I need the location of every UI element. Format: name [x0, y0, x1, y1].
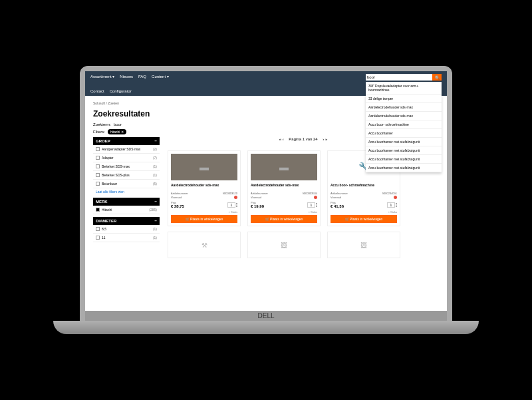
qty-input[interactable] [307, 202, 315, 208]
filter-item[interactable]: Adapter(7) [93, 154, 160, 162]
search-input[interactable] [366, 74, 432, 81]
page-info: Pagina 1 van 24 [289, 137, 317, 141]
page-next[interactable]: › [323, 137, 324, 141]
page-prev[interactable]: ‹ [283, 137, 284, 141]
checkbox-icon [96, 156, 100, 160]
stock-indicator [394, 196, 397, 199]
product-price: € 41,36 [331, 204, 344, 208]
add-to-cart-button[interactable]: Plaats in winkelwagen [331, 215, 397, 223]
checkbox-icon-checked [96, 208, 100, 212]
checkbox-icon [96, 147, 100, 151]
filter-pill[interactable]: hitachi ✕ [108, 129, 126, 134]
suggestion-item[interactable]: Accu boorhamer met stofafzuigunit [366, 138, 442, 146]
suggestion-item[interactable]: Accu boorhamer met stofafzuigunit [366, 146, 442, 155]
suggestion-item[interactable]: Aardelectrodehouder sds-max [366, 112, 442, 120]
product-image[interactable]: ⚒ [168, 232, 241, 258]
filter-item[interactable]: 8,5(1) [93, 225, 160, 234]
nav-faq[interactable]: FAQ [138, 75, 146, 79]
product-card: ▬ Aardelectrodehouder sds-max Artikelnum… [247, 150, 321, 226]
checkbox-icon [96, 164, 100, 168]
filter-item[interactable]: Aardpenadapter SDS max(2) [93, 145, 160, 154]
suggestion-item[interactable]: 3/8" Dopsleuteladapter voor accu-boormac… [366, 82, 442, 95]
suggestion-item[interactable]: Aardelectrodehouder sds-max [366, 103, 442, 112]
checkbox-icon [96, 173, 100, 177]
filter-head-merk[interactable]: MERK− [93, 198, 160, 206]
qty-down[interactable]: ▾ [396, 205, 397, 208]
nav-nieuws[interactable]: Nieuws [120, 75, 133, 79]
qty-input[interactable] [387, 202, 395, 208]
term-value: boor [114, 122, 122, 126]
search-icon: 🔍 [435, 76, 440, 80]
suggestion-item[interactable]: Accu boorhamer [366, 129, 442, 138]
product-name[interactable]: Accu boor- schroefmachine [331, 183, 397, 190]
checkbox-icon [96, 182, 100, 186]
filter-item[interactable]: Beitelset SDS-plus(1) [93, 171, 160, 180]
product-name[interactable]: Aardelectrodehouder sds-max [251, 183, 317, 190]
checkbox-icon [96, 236, 100, 240]
search-button[interactable]: 🔍 [432, 74, 442, 81]
collapse-icon: − [154, 139, 157, 143]
suggestion-item[interactable]: 33 delige tamper [366, 95, 442, 103]
suggestion-item[interactable]: Accu boorhamer met stofafzuigunit [366, 164, 442, 172]
collapse-icon: − [154, 219, 157, 223]
term-label: Zoekterm: [93, 122, 111, 126]
product-card: ▬ Aardelectrodehouder sds-max Artikelnum… [168, 150, 241, 226]
collapse-icon: − [154, 200, 157, 204]
search-box: 🔍 [366, 74, 442, 81]
filter-head-diameter[interactable]: DIAMETER− [93, 217, 160, 225]
qty-down[interactable]: ▾ [236, 205, 237, 208]
filter-head-groep[interactable]: GROEP− [93, 137, 160, 145]
product-price: € 19,99 [251, 204, 264, 208]
see-all-filters[interactable]: Laat alle filters zien [93, 188, 160, 195]
filter-item[interactable]: Betonboor(5) [93, 180, 160, 188]
filter-sidebar: GROEP− Aardpenadapter SDS max(2) Adapter… [93, 137, 160, 258]
nav-contact[interactable]: Contact [90, 89, 104, 93]
stock-indicator [234, 196, 237, 199]
nav-configurator[interactable]: Configurator [110, 89, 132, 93]
filter-item[interactable]: 11(1) [93, 234, 160, 242]
product-price: € 28,75 [171, 204, 184, 208]
product-image[interactable]: ▬ [171, 154, 237, 180]
suggestion-item[interactable]: Accu boor- schroefmachine [366, 120, 442, 129]
product-name[interactable]: Aardelectrodehouder sds-max [171, 183, 237, 190]
checkbox-icon [96, 227, 100, 231]
stock-indicator [314, 196, 317, 199]
nav-assortiment[interactable]: Assortiment ▾ [90, 74, 114, 79]
qty-down[interactable]: ▾ [316, 205, 317, 208]
page-last[interactable]: » [325, 137, 327, 141]
product-image-placeholder[interactable]: 🖼 [327, 232, 400, 258]
product-image-placeholder[interactable]: 🖼 [247, 232, 321, 258]
qty-input[interactable] [227, 202, 235, 208]
filters-label: Filters: [93, 130, 105, 134]
add-to-cart-button[interactable]: Plaats in winkelwagen [251, 215, 317, 223]
nav-content[interactable]: Content ▾ [152, 74, 169, 79]
add-to-cart-button[interactable]: Plaats in winkelwagen [171, 215, 237, 223]
filter-item[interactable]: Hitachi(285) [93, 206, 160, 214]
laptop-base [53, 321, 479, 334]
search-suggestions: 3/8" Dopsleuteladapter voor accu-boormac… [366, 82, 442, 172]
page-first[interactable]: « [279, 137, 281, 141]
product-image[interactable]: ▬ [251, 154, 317, 180]
dell-logo: DELL [85, 311, 447, 321]
crumb-home[interactable]: Solusoft [93, 101, 105, 105]
suggestion-item[interactable]: Accu boorhamer met stofafzuigunit [366, 155, 442, 164]
crumb-current: Zoeken [108, 101, 119, 105]
filter-item[interactable]: Beitelset SDS-max(1) [93, 162, 160, 171]
